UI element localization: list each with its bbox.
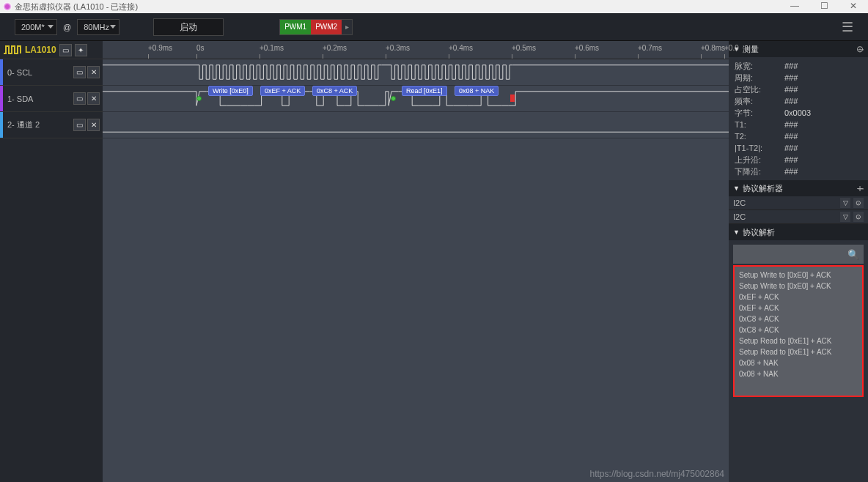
collapse-icon: ▼ [733,185,740,192]
frequency-select[interactable]: 80MHz [77,19,119,35]
sample-rate-value: 200M* [21,23,45,31]
channel-row[interactable]: 1- SDA ▭ ✕ [0,86,103,112]
decode-header[interactable]: ▼ 协议解析 [729,224,868,240]
measure-value: 0x0003 [784,108,811,117]
measure-row: |T1-T2|:### [729,142,868,154]
analyzer-name: I2C [733,212,746,221]
decode-result-list[interactable]: Setup Write to [0xE0] + ACKSetup Write t… [733,265,864,397]
channel-label: 1- SDA [3,94,73,103]
maximize-button[interactable]: ☐ [809,0,839,13]
pwm-group: PWM1 PWM2 ▸ [279,19,353,35]
start-button[interactable]: 启动 [153,18,224,36]
measure-label: 周期: [735,73,784,84]
decode-list-item[interactable]: Setup Write to [0xE0] + ACK [739,270,858,281]
measure-label: |T1-T2|: [735,144,784,152]
channel-trigger-button[interactable]: ▭ [73,119,86,131]
decode-list-item[interactable]: 0x08 + NAK [739,357,858,368]
measure-header-label: 测量 [743,44,759,55]
analyzer-name: I2C [733,199,746,207]
time-tick-label: +0.2ms [323,44,347,52]
window-titlebar: 金思拓虚拟仪器 (LA1010 - 已连接) — ☐ ✕ [0,0,868,13]
analyzer-filter-icon[interactable]: ▽ [840,198,850,208]
wave-row-scl [103,59,729,86]
device-config-button[interactable]: ▭ [59,44,72,56]
decode-list-item[interactable]: 0x08 + NAK [739,368,858,379]
channel-row[interactable]: 2- 通道 2 ▭ ✕ [0,112,103,138]
time-tick-label: +0.7ms [638,44,662,52]
watermark: https://blog.csdn.net/mj475002864 [590,469,724,479]
decode-tag[interactable]: Read [0xE1] [402,86,447,96]
channel-label: 2- 通道 2 [3,119,73,130]
channel-trigger-button[interactable]: ▭ [73,92,86,105]
waveform-icon [3,43,22,56]
decode-list-item[interactable]: 0xEF + ACK [739,303,858,314]
decode-search-input[interactable]: 🔍 [733,245,864,264]
time-tick-label: +0.9 [724,44,739,52]
right-panel: ▼ 测量 ⊙̶ 脉宽:###周期:###占空比:###频率:###字节:0x00… [729,41,868,482]
menu-icon[interactable]: ☰ [842,19,853,35]
measure-settings-icon[interactable]: ⊙̶ [856,44,864,54]
frequency-value: 80MHz [84,23,109,31]
search-icon: 🔍 [847,249,859,260]
analyzer-header[interactable]: ▼ 协议解析器 +̶ [729,180,868,196]
sample-rate-select[interactable]: 200M* [15,19,57,35]
channel-panel: LA1010 ▭ ✦ 0- SCL ▭ ✕ 1- SDA ▭ ✕ 2- 通道 2… [0,41,103,482]
analyzer-settings-icon[interactable]: ⊙ [853,212,864,222]
analyzer-row[interactable]: I2C ▽⊙ [729,210,868,224]
collapse-icon: ▼ [733,229,740,236]
decode-tag[interactable]: 0xC8 + ACK [312,86,357,96]
waveform-area[interactable]: +0.9ms0s+0.1ms+0.2ms+0.3ms+0.4ms+0.5ms+0… [103,41,729,482]
start-marker-icon [196,96,202,101]
time-tick-label: +0.5ms [512,44,536,52]
device-row: LA1010 ▭ ✦ [0,41,103,59]
channel-row[interactable]: 0- SCL ▭ ✕ [0,59,103,86]
measure-value: ### [784,62,798,70]
pwm2-button[interactable]: PWM2 [311,20,342,34]
wave-row-ch2 [103,112,729,138]
add-analyzer-icon[interactable]: +̶ [856,183,864,193]
measure-label: 占空比: [735,84,784,95]
window-title: 金思拓虚拟仪器 (LA1010 - 已连接) [15,1,138,12]
decode-tag[interactable]: 0x08 + NAK [455,86,499,96]
time-ruler: +0.9ms0s+0.1ms+0.2ms+0.3ms+0.4ms+0.5ms+0… [103,41,729,59]
app-icon [3,2,12,11]
minimize-button[interactable]: — [780,0,809,13]
analyzer-settings-icon[interactable]: ⊙ [853,198,864,208]
channel-close-button[interactable]: ✕ [87,66,100,78]
decode-tag[interactable]: Write [0xE0] [208,86,253,96]
analyzer-row[interactable]: I2C ▽⊙ [729,196,868,210]
channel-close-button[interactable]: ✕ [87,92,100,105]
at-symbol: @ [63,23,71,31]
close-button[interactable]: ✕ [839,0,868,13]
decode-list-item[interactable]: Setup Read to [0xE1] + ACK [739,346,858,357]
measure-label: T2: [735,132,784,141]
decode-tag[interactable]: 0xEF + ACK [260,86,305,96]
decode-header-label: 协议解析 [743,227,775,238]
pwm-dropdown-icon[interactable]: ▸ [342,20,352,34]
analyzer-filter-icon[interactable]: ▽ [840,212,850,222]
measure-header[interactable]: ▼ 测量 ⊙̶ [729,41,868,57]
decode-list-item[interactable]: Setup Read to [0xE1] + ACK [739,335,858,346]
measure-value: ### [784,85,798,94]
time-tick-label: +0.9ms [148,44,172,52]
measure-value: ### [784,132,798,141]
channel-trigger-button[interactable]: ▭ [73,66,86,78]
device-settings-button[interactable]: ✦ [75,44,87,56]
measure-row: 频率:### [729,95,868,107]
measure-row: 脉宽:### [729,60,868,72]
measure-row: T2:### [729,130,868,142]
decode-list-item[interactable]: Setup Write to [0xE0] + ACK [739,281,858,292]
measure-label: 字节: [735,108,784,119]
measure-row: T1:### [729,119,868,130]
measure-label: T1: [735,120,784,129]
decode-list-item[interactable]: 0xEF + ACK [739,292,858,303]
channel-close-button[interactable]: ✕ [87,119,100,131]
measure-label: 脉宽: [735,61,784,72]
pwm1-button[interactable]: PWM1 [280,20,311,34]
time-tick-label: +0.4ms [449,44,473,52]
decode-list-item[interactable]: 0xC8 + ACK [739,314,858,325]
time-tick-label: +0.1ms [260,44,284,52]
decode-list-item[interactable]: 0xC8 + ACK [739,325,858,335]
measure-label: 频率: [735,96,784,107]
time-tick-label: +0.6ms [575,44,599,52]
